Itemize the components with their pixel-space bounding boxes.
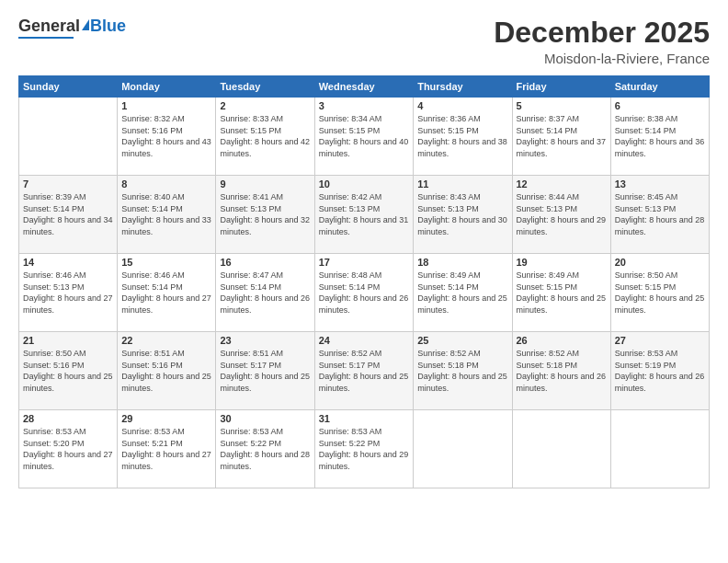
day-info: Sunrise: 8:42 AMSunset: 5:13 PMDaylight:… [319,191,409,237]
day-number: 6 [615,100,705,111]
table-row: 24Sunrise: 8:52 AMSunset: 5:17 PMDayligh… [314,332,413,410]
day-number: 21 [23,335,113,346]
day-number: 5 [517,100,607,111]
day-info: Sunrise: 8:52 AMSunset: 5:18 PMDaylight:… [517,348,607,394]
table-row: 11Sunrise: 8:43 AMSunset: 5:13 PMDayligh… [414,176,512,254]
col-sunday: Sunday [19,76,118,98]
day-number: 23 [220,335,310,346]
table-row: 30Sunrise: 8:53 AMSunset: 5:22 PMDayligh… [216,410,314,488]
table-row: 31Sunrise: 8:53 AMSunset: 5:22 PMDayligh… [314,410,413,488]
table-row: 5Sunrise: 8:37 AMSunset: 5:14 PMDaylight… [512,98,610,176]
day-info: Sunrise: 8:50 AMSunset: 5:15 PMDaylight:… [615,270,705,316]
day-info: Sunrise: 8:52 AMSunset: 5:17 PMDaylight:… [319,348,409,394]
logo-general-text: General [18,17,80,36]
day-number: 16 [220,257,310,268]
col-thursday: Thursday [414,76,512,98]
table-row: 16Sunrise: 8:47 AMSunset: 5:14 PMDayligh… [216,254,314,332]
day-info: Sunrise: 8:33 AMSunset: 5:15 PMDaylight:… [220,113,310,159]
day-info: Sunrise: 8:45 AMSunset: 5:13 PMDaylight:… [615,191,705,237]
table-row: 7Sunrise: 8:39 AMSunset: 5:14 PMDaylight… [19,176,118,254]
day-info: Sunrise: 8:47 AMSunset: 5:14 PMDaylight:… [220,270,310,316]
day-info: Sunrise: 8:36 AMSunset: 5:15 PMDaylight:… [417,113,507,159]
calendar-week-row: 21Sunrise: 8:50 AMSunset: 5:16 PMDayligh… [19,332,710,410]
day-number: 8 [121,178,211,190]
table-row: 1Sunrise: 8:32 AMSunset: 5:16 PMDaylight… [118,98,216,176]
table-row: 21Sunrise: 8:50 AMSunset: 5:16 PMDayligh… [19,332,118,410]
table-row: 20Sunrise: 8:50 AMSunset: 5:15 PMDayligh… [610,254,709,332]
calendar-week-row: 1Sunrise: 8:32 AMSunset: 5:16 PMDaylight… [19,98,710,176]
table-row: 19Sunrise: 8:49 AMSunset: 5:15 PMDayligh… [512,254,610,332]
table-row [512,410,610,488]
day-number: 10 [319,178,409,190]
day-info: Sunrise: 8:32 AMSunset: 5:16 PMDaylight:… [121,113,211,159]
col-wednesday: Wednesday [314,76,413,98]
day-number: 22 [121,335,211,346]
table-row: 23Sunrise: 8:51 AMSunset: 5:17 PMDayligh… [216,332,314,410]
day-number: 1 [121,100,211,111]
table-row [414,410,512,488]
day-info: Sunrise: 8:44 AMSunset: 5:13 PMDaylight:… [517,191,607,237]
day-number: 19 [517,257,607,268]
day-info: Sunrise: 8:43 AMSunset: 5:13 PMDaylight:… [417,191,507,237]
day-info: Sunrise: 8:50 AMSunset: 5:16 PMDaylight:… [23,348,113,394]
calendar-table: Sunday Monday Tuesday Wednesday Thursday… [18,75,710,488]
table-row: 9Sunrise: 8:41 AMSunset: 5:13 PMDaylight… [216,176,314,254]
day-info: Sunrise: 8:51 AMSunset: 5:16 PMDaylight:… [121,348,211,394]
day-number: 17 [319,257,409,268]
day-number: 24 [319,335,409,346]
day-number: 4 [417,100,507,111]
day-number: 25 [417,335,507,346]
table-row: 6Sunrise: 8:38 AMSunset: 5:14 PMDaylight… [610,98,709,176]
day-info: Sunrise: 8:53 AMSunset: 5:19 PMDaylight:… [615,348,705,394]
col-tuesday: Tuesday [216,76,314,98]
day-number: 29 [121,413,211,424]
day-info: Sunrise: 8:40 AMSunset: 5:14 PMDaylight:… [121,191,211,237]
calendar-page: General Blue December 2025 Moisdon-la-Ri… [0,0,728,563]
table-row: 17Sunrise: 8:48 AMSunset: 5:14 PMDayligh… [314,254,413,332]
header-row: Sunday Monday Tuesday Wednesday Thursday… [19,76,710,98]
col-monday: Monday [118,76,216,98]
day-number: 26 [517,335,607,346]
table-row: 13Sunrise: 8:45 AMSunset: 5:13 PMDayligh… [610,176,709,254]
day-number: 11 [417,178,507,190]
day-number: 30 [220,413,310,424]
day-info: Sunrise: 8:38 AMSunset: 5:14 PMDaylight:… [615,113,705,159]
day-number: 18 [417,257,507,268]
table-row: 12Sunrise: 8:44 AMSunset: 5:13 PMDayligh… [512,176,610,254]
day-number: 15 [121,257,211,268]
table-row: 3Sunrise: 8:34 AMSunset: 5:15 PMDaylight… [314,98,413,176]
table-row [610,410,709,488]
month-title: December 2025 [494,17,710,49]
day-info: Sunrise: 8:41 AMSunset: 5:13 PMDaylight:… [220,191,310,237]
table-row: 14Sunrise: 8:46 AMSunset: 5:13 PMDayligh… [19,254,118,332]
day-number: 3 [319,100,409,111]
table-row: 25Sunrise: 8:52 AMSunset: 5:18 PMDayligh… [414,332,512,410]
day-info: Sunrise: 8:51 AMSunset: 5:17 PMDaylight:… [220,348,310,394]
day-number: 27 [615,335,705,346]
table-row: 26Sunrise: 8:52 AMSunset: 5:18 PMDayligh… [512,332,610,410]
day-info: Sunrise: 8:49 AMSunset: 5:15 PMDaylight:… [517,270,607,316]
day-info: Sunrise: 8:53 AMSunset: 5:21 PMDaylight:… [121,426,211,472]
calendar-week-row: 14Sunrise: 8:46 AMSunset: 5:13 PMDayligh… [19,254,710,332]
day-info: Sunrise: 8:49 AMSunset: 5:14 PMDaylight:… [417,270,507,316]
calendar-week-row: 7Sunrise: 8:39 AMSunset: 5:14 PMDaylight… [19,176,710,254]
day-info: Sunrise: 8:48 AMSunset: 5:14 PMDaylight:… [319,270,409,316]
table-row: 28Sunrise: 8:53 AMSunset: 5:20 PMDayligh… [19,410,118,488]
col-friday: Friday [512,76,610,98]
day-info: Sunrise: 8:46 AMSunset: 5:14 PMDaylight:… [121,270,211,316]
table-row: 4Sunrise: 8:36 AMSunset: 5:15 PMDaylight… [414,98,512,176]
logo: General Blue [18,17,126,39]
table-row: 8Sunrise: 8:40 AMSunset: 5:14 PMDaylight… [118,176,216,254]
day-number: 12 [517,178,607,190]
table-row: 10Sunrise: 8:42 AMSunset: 5:13 PMDayligh… [314,176,413,254]
day-info: Sunrise: 8:37 AMSunset: 5:14 PMDaylight:… [517,113,607,159]
day-info: Sunrise: 8:53 AMSunset: 5:22 PMDaylight:… [319,426,409,472]
day-number: 20 [615,257,705,268]
table-row: 27Sunrise: 8:53 AMSunset: 5:19 PMDayligh… [610,332,709,410]
day-info: Sunrise: 8:34 AMSunset: 5:15 PMDaylight:… [319,113,409,159]
location-title: Moisdon-la-Riviere, France [494,51,710,66]
day-number: 7 [23,178,113,190]
title-section: December 2025 Moisdon-la-Riviere, France [494,17,710,66]
day-info: Sunrise: 8:46 AMSunset: 5:13 PMDaylight:… [23,270,113,316]
table-row: 29Sunrise: 8:53 AMSunset: 5:21 PMDayligh… [118,410,216,488]
